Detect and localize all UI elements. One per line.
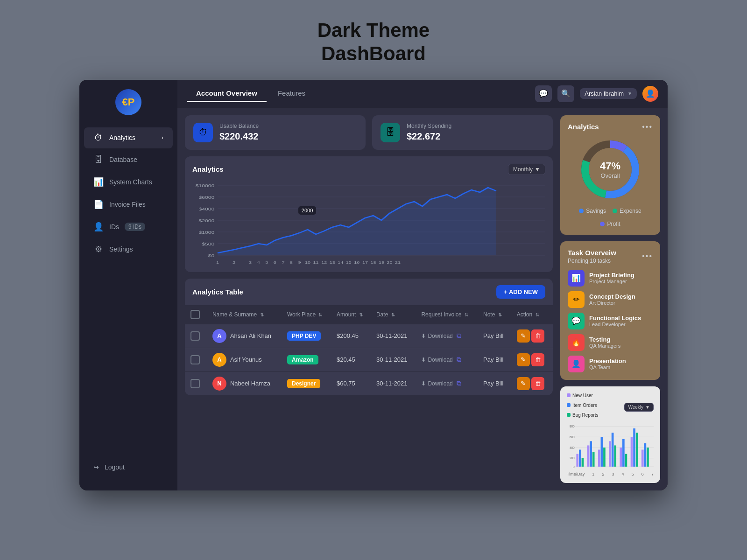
- svg-text:13: 13: [330, 260, 335, 264]
- select-all-checkbox[interactable]: [190, 310, 200, 319]
- sidebar-item-ids[interactable]: 👤 IDs 9 IDs: [84, 216, 173, 238]
- copy-icon-2[interactable]: ⧉: [457, 356, 461, 364]
- search-icon: 🔍: [561, 89, 571, 98]
- user-avatar-2: A: [212, 353, 226, 367]
- delete-button-2[interactable]: 🗑: [531, 353, 544, 366]
- task-item-3[interactable]: 💬 Functional Logics Lead Developer: [568, 313, 653, 329]
- legend-bug-reports: Bug Reports: [567, 413, 599, 418]
- delete-button-1[interactable]: 🗑: [531, 329, 544, 343]
- task-menu-icon[interactable]: •••: [642, 252, 653, 260]
- row-checkbox-2[interactable]: [190, 355, 200, 364]
- download-button-1[interactable]: ⬇ Download ⧉: [421, 332, 472, 340]
- svg-text:4: 4: [257, 260, 260, 264]
- download-button-3[interactable]: ⬇ Download ⧉: [421, 379, 472, 387]
- sidebar-item-settings[interactable]: ⚙ Settings: [84, 238, 173, 260]
- user-avatar[interactable]: 👤: [642, 86, 658, 102]
- svg-text:400: 400: [570, 446, 575, 449]
- dashboard-wrapper: €P ⏱ Analytics › 🗄 Database 📊 System Cha…: [79, 80, 668, 490]
- new-user-dot: [567, 393, 571, 397]
- balance-value: $220.432: [219, 131, 259, 142]
- sidebar: €P ⏱ Analytics › 🗄 Database 📊 System Cha…: [79, 80, 177, 490]
- svg-rect-53: [587, 445, 590, 466]
- donut-legend: Savings Expense Profit: [568, 208, 653, 227]
- chat-icon: 💬: [539, 89, 548, 98]
- task-item-4[interactable]: 🔥 Testing QA Managers: [568, 334, 653, 351]
- svg-text:10: 10: [305, 260, 310, 264]
- balance-label: Usable Balance: [219, 123, 259, 129]
- task-list: 📊 Project Briefing Project Manager ✏ Con…: [568, 270, 653, 372]
- bug-reports-dot: [567, 413, 571, 417]
- svg-text:7: 7: [282, 260, 284, 264]
- svg-text:800: 800: [570, 425, 575, 428]
- svg-rect-52: [582, 458, 584, 467]
- user-chip[interactable]: Arslan Ibrahim ▼: [580, 88, 637, 99]
- svg-text:18: 18: [370, 260, 376, 264]
- sidebar-item-database[interactable]: 🗄 Database: [84, 149, 173, 170]
- search-button[interactable]: 🔍: [557, 85, 574, 102]
- edit-button-3[interactable]: ✎: [517, 377, 530, 390]
- badge-2: Amazon: [287, 355, 318, 364]
- tab-features[interactable]: Features: [268, 85, 315, 102]
- svg-rect-62: [620, 448, 622, 467]
- svg-rect-59: [609, 441, 611, 467]
- logo-icon[interactable]: €P: [115, 89, 141, 115]
- svg-text:600: 600: [570, 435, 575, 439]
- edit-button-2[interactable]: ✎: [517, 353, 530, 366]
- bar-svg: 800 600 400 200 0: [567, 424, 654, 471]
- task-title: Task Overveiw: [568, 249, 616, 257]
- user-avatar-3: N: [212, 377, 226, 391]
- svg-rect-57: [601, 437, 603, 467]
- settings-icon: ⚙: [93, 244, 104, 254]
- svg-text:17: 17: [362, 260, 368, 264]
- tab-account-overview[interactable]: Account Overview: [187, 85, 267, 102]
- svg-rect-56: [598, 449, 600, 466]
- task-icon-3: 💬: [568, 313, 585, 329]
- weekly-dropdown[interactable]: Weekly ▼: [624, 403, 654, 412]
- logout-button[interactable]: ↪ Logout: [84, 458, 173, 476]
- right-panels: Analytics •••: [560, 108, 668, 490]
- donut-wrapper: 47% Overall: [568, 137, 653, 202]
- svg-rect-60: [612, 433, 614, 467]
- sidebar-item-invoice-files[interactable]: 📄 Invoice Files: [84, 194, 173, 215]
- main-content: Account Overview Features 💬 🔍 Arslan Ibr…: [177, 80, 668, 490]
- svg-text:$10000: $10000: [196, 183, 215, 188]
- task-item-2[interactable]: ✏ Concept Design Art Director: [568, 291, 653, 308]
- svg-text:8: 8: [290, 260, 293, 264]
- chevron-icon: ›: [162, 134, 163, 141]
- task-item-1[interactable]: 📊 Project Briefing Project Manager: [568, 270, 653, 287]
- task-item-5[interactable]: 👤 Presentation QA Team: [568, 356, 653, 372]
- svg-rect-64: [625, 454, 627, 466]
- svg-text:$1000: $1000: [198, 230, 214, 234]
- table-row: A Asif Younus Amazon $20.45 30-11-2021 ⬇: [185, 348, 553, 371]
- edit-button-1[interactable]: ✎: [517, 329, 530, 343]
- database-icon: 🗄: [93, 155, 104, 165]
- svg-text:15: 15: [346, 260, 352, 264]
- delete-button-3[interactable]: 🗑: [531, 377, 544, 390]
- monthly-dropdown[interactable]: Monthly ▼: [508, 164, 545, 175]
- analytics-chart-title: Analytics: [192, 165, 224, 173]
- copy-icon-3[interactable]: ⧉: [457, 379, 461, 387]
- svg-text:14: 14: [338, 260, 343, 264]
- sidebar-item-system-charts[interactable]: 📊 System Charts: [84, 171, 173, 193]
- svg-text:2: 2: [233, 260, 235, 264]
- copy-icon-1[interactable]: ⧉: [457, 332, 461, 340]
- spending-icon: 🗄: [381, 123, 400, 142]
- expense-dot: [613, 209, 617, 213]
- col-name: Name & Surname ⇅: [207, 305, 282, 324]
- invoice-icon: 📄: [93, 199, 104, 210]
- donut-center: 47% Overall: [600, 160, 620, 179]
- svg-text:0: 0: [573, 465, 575, 468]
- add-new-button[interactable]: + ADD NEW: [496, 285, 545, 299]
- task-icon-2: ✏: [568, 291, 585, 308]
- row-checkbox-1[interactable]: [190, 331, 200, 341]
- download-button-2[interactable]: ⬇ Download ⧉: [421, 356, 472, 364]
- spending-label: Monthly Spending: [407, 123, 451, 129]
- donut-menu-icon[interactable]: •••: [642, 123, 653, 131]
- row-checkbox-3[interactable]: [190, 379, 200, 388]
- user-chevron-icon: ▼: [627, 91, 632, 96]
- svg-rect-65: [631, 437, 633, 467]
- chat-button[interactable]: 💬: [535, 85, 552, 102]
- task-icon-4: 🔥: [568, 334, 585, 351]
- svg-rect-69: [644, 443, 647, 467]
- sidebar-item-analytics[interactable]: ⏱ Analytics ›: [84, 127, 173, 148]
